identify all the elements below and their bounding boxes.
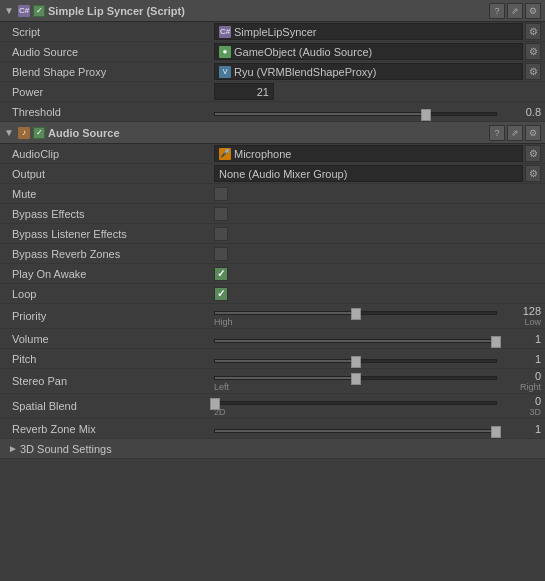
volume-value-area: 1 (214, 333, 541, 345)
priority-high-label: High (214, 317, 233, 327)
bypass-effects-label: Bypass Effects (4, 208, 214, 220)
pitch-row: Pitch 1 (0, 349, 545, 369)
audio-source-gear-btn[interactable]: ⚙ (525, 43, 541, 60)
priority-low-label: Low (524, 317, 541, 327)
lip-syncer-header[interactable]: ▼ C# ✓ Simple Lip Syncer (Script) ? ⇗ ⚙ (0, 0, 545, 22)
play-on-awake-checkmark: ✓ (217, 268, 225, 279)
priority-value-area: 128 High Low (214, 305, 541, 327)
priority-slider-thumb[interactable] (351, 308, 361, 320)
power-row: Power (0, 82, 545, 102)
pitch-slider-container: 1 (214, 353, 541, 365)
spatial-blend-value: 0 (501, 395, 541, 407)
menu-btn[interactable]: ⚙ (525, 3, 541, 19)
audioclip-field[interactable]: 🎤 Microphone (214, 145, 523, 162)
pitch-slider-thumb[interactable] (351, 356, 361, 368)
reverb-mix-slider-container: 1 (214, 423, 541, 435)
spatial-3d-label: 3D (529, 407, 541, 417)
blend-shape-label: Blend Shape Proxy (4, 66, 214, 78)
blend-shape-field[interactable]: V Ryu (VRMBlendShapeProxy) (214, 63, 523, 80)
stereo-pan-value-area: 0 Left Right (214, 370, 541, 392)
link-btn[interactable]: ⇗ (507, 3, 523, 19)
volume-slider-thumb[interactable] (491, 336, 501, 348)
audio-source-field[interactable]: ● GameObject (Audio Source) (214, 43, 523, 60)
stereo-left-label: Left (214, 382, 229, 392)
loop-row: Loop ✓ (0, 284, 545, 304)
output-field-value: None (Audio Mixer Group) (219, 168, 347, 180)
bypass-reverb-checkbox[interactable] (214, 247, 228, 261)
threshold-label: Threshold (4, 106, 214, 118)
script-field[interactable]: C# SimpleLipSyncer (214, 23, 523, 40)
priority-value: 128 (501, 305, 541, 317)
script-gear-btn[interactable]: ⚙ (525, 23, 541, 40)
bypass-listener-row: Bypass Listener Effects (0, 224, 545, 244)
sound-settings-label: 3D Sound Settings (20, 443, 230, 455)
audio-link-btn[interactable]: ⇗ (507, 125, 523, 141)
bypass-listener-checkbox[interactable] (214, 227, 228, 241)
pitch-slider-track[interactable] (214, 359, 497, 363)
audio-collapse-arrow[interactable]: ▼ (4, 127, 16, 139)
volume-value: 1 (501, 333, 541, 345)
play-on-awake-row: Play On Awake ✓ (0, 264, 545, 284)
power-label: Power (4, 86, 214, 98)
priority-slider-track[interactable] (214, 311, 497, 315)
audio-source-value-area: ● GameObject (Audio Source) ⚙ (214, 43, 541, 60)
volume-slider-track[interactable] (214, 339, 497, 343)
volume-row: Volume 1 (0, 329, 545, 349)
bypass-effects-checkbox[interactable] (214, 207, 228, 221)
priority-slider-row: 128 (214, 305, 541, 317)
blend-shape-gear-btn[interactable]: ⚙ (525, 63, 541, 80)
bypass-reverb-label: Bypass Reverb Zones (4, 248, 214, 260)
bypass-effects-value-area (214, 207, 541, 221)
go-icon: ● (219, 46, 231, 58)
sound-settings-row[interactable]: ► 3D Sound Settings (0, 439, 545, 459)
audio-enabled-checkbox[interactable]: ✓ (33, 127, 45, 139)
power-field[interactable] (214, 83, 274, 100)
audio-menu-btn[interactable]: ⚙ (525, 125, 541, 141)
reverb-mix-value: 1 (501, 423, 541, 435)
sound-settings-arrow[interactable]: ► (4, 443, 16, 455)
audio-help-btn[interactable]: ? (489, 125, 505, 141)
pitch-value: 1 (501, 353, 541, 365)
reverb-mix-slider-track[interactable] (214, 429, 497, 433)
spatial-blend-slider-thumb[interactable] (210, 398, 220, 410)
output-field[interactable]: None (Audio Mixer Group) (214, 165, 523, 182)
audioclip-gear-btn[interactable]: ⚙ (525, 145, 541, 162)
threshold-value: 0.8 (501, 106, 541, 118)
play-on-awake-value-area: ✓ (214, 267, 541, 281)
spatial-blend-slider-row: 0 (214, 395, 541, 407)
threshold-row: Threshold 0.8 (0, 102, 545, 122)
play-on-awake-checkbox[interactable]: ✓ (214, 267, 228, 281)
volume-label: Volume (4, 333, 214, 345)
reverb-mix-slider-thumb[interactable] (491, 426, 501, 438)
output-gear-btn[interactable]: ⚙ (525, 165, 541, 182)
reverb-mix-value-area: 1 (214, 423, 541, 435)
reverb-mix-slider-fill (215, 430, 496, 432)
pitch-label: Pitch (4, 353, 214, 365)
spatial-blend-row: Spatial Blend 0 2D 3D (0, 394, 545, 419)
pitch-slider-fill (215, 360, 356, 362)
mute-checkbox[interactable] (214, 187, 228, 201)
lip-syncer-section: ▼ C# ✓ Simple Lip Syncer (Script) ? ⇗ ⚙ … (0, 0, 545, 122)
help-btn[interactable]: ? (489, 3, 505, 19)
threshold-slider-container: 0.8 (214, 106, 541, 118)
stereo-pan-slider-track[interactable] (214, 376, 497, 380)
bypass-listener-value-area (214, 227, 541, 241)
threshold-slider-fill (215, 113, 426, 115)
audio-source-header[interactable]: ▼ ♪ ✓ Audio Source ? ⇗ ⚙ (0, 122, 545, 144)
enabled-checkbox[interactable]: ✓ (33, 5, 45, 17)
spatial-blend-slider-track[interactable] (214, 401, 497, 405)
loop-value-area: ✓ (214, 287, 541, 301)
audioclip-label: AudioClip (4, 148, 214, 160)
power-value-area (214, 83, 541, 100)
stereo-pan-slider-thumb[interactable] (351, 373, 361, 385)
collapse-arrow[interactable]: ▼ (4, 5, 16, 17)
spatial-blend-labels: 2D 3D (214, 407, 541, 417)
audioclip-row: AudioClip 🎤 Microphone ⚙ (0, 144, 545, 164)
script-value-area: C# SimpleLipSyncer ⚙ (214, 23, 541, 40)
stereo-pan-label: Stereo Pan (4, 375, 214, 387)
loop-checkbox[interactable]: ✓ (214, 287, 228, 301)
threshold-value-area: 0.8 (214, 106, 541, 118)
threshold-slider-thumb[interactable] (421, 109, 431, 121)
threshold-slider-track[interactable] (214, 112, 497, 116)
volume-slider-fill (215, 340, 496, 342)
